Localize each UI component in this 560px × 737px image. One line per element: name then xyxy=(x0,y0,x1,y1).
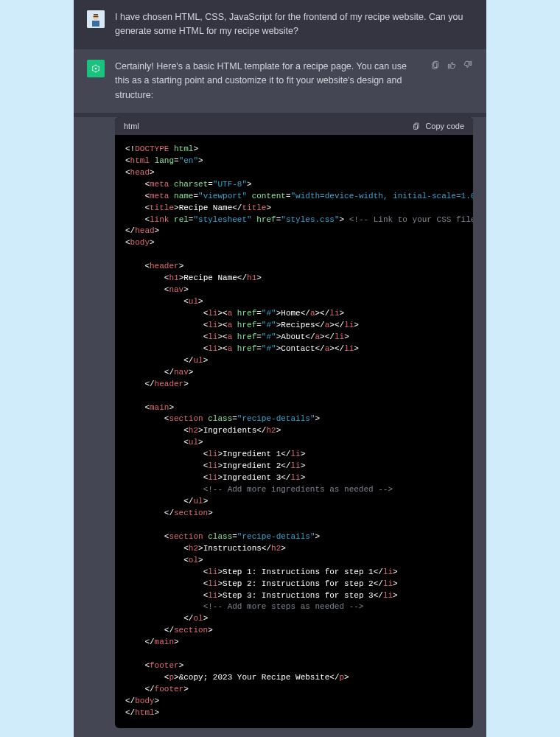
assistant-message-row: Certainly! Here's a basic HTML template … xyxy=(74,49,486,113)
code-header: html Copy code xyxy=(115,117,473,135)
code-block: html Copy code <!DOCTYPE html> <html lan… xyxy=(115,117,473,728)
svg-rect-15 xyxy=(414,124,418,129)
svg-rect-3 xyxy=(94,14,98,15)
assistant-intro-text: Certainly! Here's a basic HTML template … xyxy=(115,60,416,102)
svg-rect-2 xyxy=(92,21,99,27)
user-avatar xyxy=(87,10,105,28)
code-lang-label: html xyxy=(124,122,139,130)
svg-rect-14 xyxy=(415,123,419,128)
user-message-row: I have chosen HTML, CSS, JavaScript for … xyxy=(74,0,486,49)
assistant-avatar xyxy=(87,60,105,77)
message-actions xyxy=(430,60,473,72)
chat-container: I have chosen HTML, CSS, JavaScript for … xyxy=(74,0,486,737)
svg-point-5 xyxy=(95,67,97,69)
svg-rect-12 xyxy=(434,61,438,67)
svg-rect-4 xyxy=(94,16,99,17)
copy-code-label: Copy code xyxy=(425,122,464,130)
clipboard-icon[interactable] xyxy=(430,60,441,72)
copy-code-button[interactable]: Copy code xyxy=(412,122,464,130)
clipboard-icon xyxy=(412,122,421,130)
svg-rect-13 xyxy=(433,63,437,69)
thumbs-up-icon[interactable] xyxy=(447,60,457,72)
thumbs-down-icon[interactable] xyxy=(463,60,473,72)
code-body[interactable]: <!DOCTYPE html> <html lang="en"> <head> … xyxy=(115,135,473,728)
assistant-body: html Copy code <!DOCTYPE html> <html lan… xyxy=(74,117,486,737)
user-message-text: I have chosen HTML, CSS, JavaScript for … xyxy=(115,10,473,39)
